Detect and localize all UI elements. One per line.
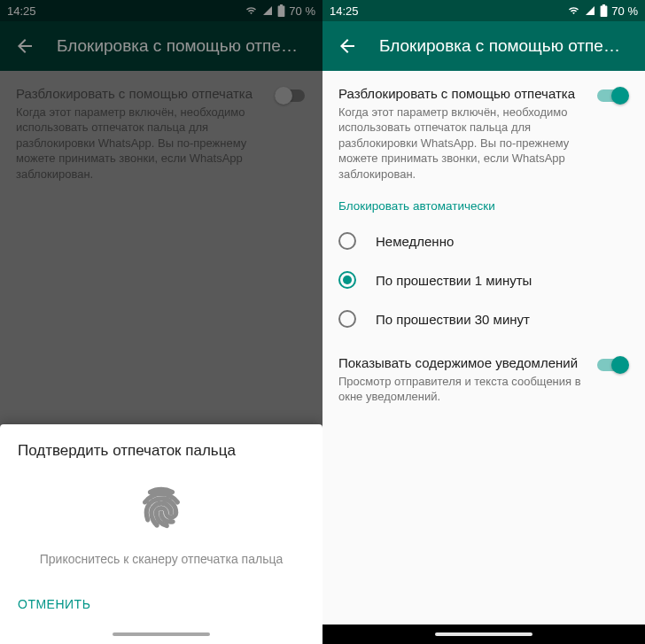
statusbar-battery: 70 % <box>289 4 315 18</box>
fingerprint-sheet: Подтвердить отпечаток пальца Прикоснитес… <box>0 424 322 644</box>
setting-title: Разблокировать с помощью отпечатка <box>338 85 587 103</box>
radio-thirty-minutes[interactable]: По прошествии 30 минут <box>338 299 629 338</box>
signal-icon <box>584 5 596 16</box>
wifi-icon <box>567 5 580 16</box>
sheet-title: Подтвердить отпечаток пальца <box>18 442 305 460</box>
back-icon[interactable] <box>337 35 358 57</box>
signal-icon <box>261 5 274 16</box>
radio-icon <box>338 310 356 328</box>
appbar-title: Блокировка с помощью отпе… <box>379 36 631 56</box>
setting-fingerprint-unlock[interactable]: Разблокировать с помощью отпечатка Когда… <box>16 85 307 182</box>
radio-icon <box>338 232 356 250</box>
setting-desc: Когда этот параметр включён, необходимо … <box>16 105 264 182</box>
statusbar-icons: 70 % <box>567 4 638 18</box>
battery-icon <box>277 4 285 17</box>
radio-immediate[interactable]: Немедленно <box>338 221 629 260</box>
sheet-hint: Прикоснитесь к сканеру отпечатка пальца <box>18 552 305 566</box>
statusbar: 14:25 70 % <box>0 0 322 21</box>
nav-bar[interactable] <box>322 625 645 644</box>
fingerprint-icon <box>18 485 305 531</box>
radio-label: По прошествии 1 минуты <box>376 273 532 288</box>
setting-desc: Когда этот параметр включён, необходимо … <box>338 105 587 182</box>
notification-content-toggle[interactable] <box>597 356 629 374</box>
section-auto-lock: Блокировать автоматически <box>338 199 629 213</box>
setting-fingerprint-unlock[interactable]: Разблокировать с помощью отпечатка Когда… <box>338 85 629 182</box>
setting-show-notification-content[interactable]: Показывать содержимое уведомлений Просмо… <box>338 354 629 405</box>
radio-label: По прошествии 30 минут <box>376 312 530 327</box>
statusbar: 14:25 70 % <box>322 0 645 21</box>
appbar: Блокировка с помощью отпе… <box>0 21 322 71</box>
cancel-button[interactable]: ОТМЕНИТЬ <box>18 597 90 611</box>
setting-title: Показывать содержимое уведомлений <box>338 354 587 372</box>
wifi-icon <box>245 5 258 16</box>
svg-rect-1 <box>602 9 606 16</box>
appbar: Блокировка с помощью отпе… <box>322 21 645 71</box>
battery-icon <box>600 4 608 17</box>
statusbar-icons: 70 % <box>245 4 315 18</box>
setting-desc: Просмотр отправителя и текста сообщения … <box>338 374 587 405</box>
fingerprint-toggle[interactable] <box>275 87 307 105</box>
statusbar-time: 14:25 <box>7 4 36 18</box>
content: Разблокировать с помощью отпечатка Когда… <box>322 71 645 625</box>
svg-rect-0 <box>279 9 284 16</box>
back-icon[interactable] <box>14 35 35 57</box>
radio-label: Немедленно <box>376 234 454 249</box>
statusbar-battery: 70 % <box>611 4 638 18</box>
screen-right: 14:25 70 % Блокировка с помощью отпе… Ра… <box>322 0 645 644</box>
statusbar-time: 14:25 <box>330 4 359 18</box>
screen-left: 14:25 70 % Блокировка с помощью отпе… Ра… <box>0 0 322 644</box>
home-pill-icon <box>435 632 532 636</box>
fingerprint-toggle[interactable] <box>597 87 629 105</box>
radio-one-minute[interactable]: По прошествии 1 минуты <box>338 260 629 299</box>
radio-icon <box>338 271 356 289</box>
setting-title: Разблокировать с помощью отпечатка <box>16 85 264 103</box>
appbar-title: Блокировка с помощью отпе… <box>57 36 308 56</box>
